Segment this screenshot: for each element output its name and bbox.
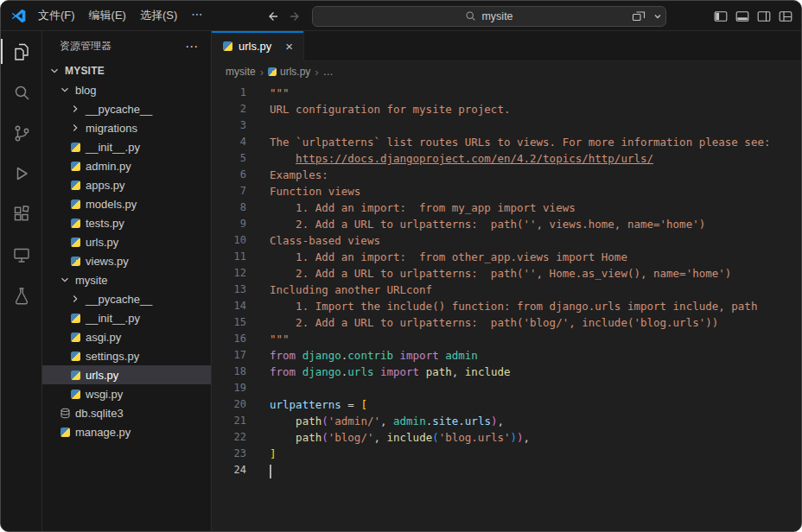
line-number: 15 (212, 314, 246, 331)
tree-item-tests.py[interactable]: tests.py (42, 213, 211, 232)
code-line[interactable]: 8 1. Add an import: from my_app import v… (212, 200, 801, 216)
tree-item-mysite[interactable]: mysite (42, 270, 211, 289)
code-line[interactable]: 20urlpatterns = [ (212, 396, 801, 413)
tree-item-asgi.py[interactable]: asgi.py (42, 327, 211, 346)
source-control-icon[interactable] (1, 112, 42, 153)
tree-item-label: migrations (86, 122, 137, 135)
code-line[interactable]: 15 2. Add a URL to urlpatterns: path('bl… (212, 314, 801, 331)
tree-item-apps.py[interactable]: apps.py (42, 175, 211, 194)
code-line[interactable]: 2URL configuration for mysite project. (212, 101, 801, 117)
line-number: 3 (212, 117, 246, 134)
tree-item-urls.py[interactable]: urls.py (42, 232, 211, 251)
tree-item-label: asgi.py (86, 331, 121, 344)
layout-controls (632, 1, 792, 31)
line-number: 10 (212, 232, 246, 249)
breadcrumb-item[interactable]: mysite (226, 66, 256, 78)
code-line[interactable]: 11 1. Add an import: from other_app.view… (212, 249, 801, 265)
code-line[interactable]: 10Class-based views (212, 232, 801, 249)
menu-item[interactable]: 文件(F) (31, 5, 82, 26)
tab-label: urls.py (239, 40, 271, 53)
python-file-icon (68, 142, 82, 152)
code-line[interactable]: 23] (212, 446, 801, 462)
tree-item-__pycache__[interactable]: __pycache__ (42, 99, 211, 118)
tree-item-label: admin.py (86, 160, 131, 173)
menu-item[interactable]: 编辑(E) (82, 5, 133, 26)
tree-item-__pycache__[interactable]: __pycache__ (42, 289, 211, 308)
code-line[interactable]: 19 (212, 380, 801, 396)
breadcrumb-item[interactable]: … (323, 66, 334, 78)
database-icon (58, 408, 72, 419)
code-line[interactable]: 21 path('admin/', admin.site.urls), (212, 413, 801, 429)
explorer-icon[interactable] (1, 31, 42, 72)
chevron-down-icon (48, 64, 61, 78)
command-center-search[interactable]: mysite (312, 6, 666, 27)
toggle-panel-icon[interactable] (735, 10, 749, 23)
code-line[interactable]: 12 2. Add a URL to urlpatterns: path('',… (212, 265, 801, 282)
tree-item-blog[interactable]: blog (42, 80, 211, 99)
code-line[interactable]: 6Examples: (212, 167, 801, 183)
multi-window-icon[interactable] (632, 10, 646, 23)
back-icon[interactable] (265, 10, 279, 23)
code-line[interactable]: 13Including another URLconf (212, 282, 801, 298)
line-number: 9 (212, 216, 246, 232)
tree-item-admin.py[interactable]: admin.py (42, 156, 211, 175)
line-number: 18 (212, 364, 246, 380)
tree-item-__init__.py[interactable]: __init__.py (42, 137, 211, 156)
python-file-icon (68, 256, 82, 266)
tree-item-label: tests.py (86, 217, 124, 230)
toggle-secondary-sidebar-icon[interactable] (757, 10, 771, 23)
code-line[interactable]: 3 (212, 117, 801, 134)
toggle-primary-sidebar-icon[interactable] (714, 10, 728, 23)
testing-icon[interactable] (1, 275, 42, 315)
tree-item-label: MYSITE (65, 65, 105, 77)
close-icon[interactable]: × (283, 41, 295, 53)
line-number: 19 (212, 380, 246, 396)
tab-urls-py[interactable]: urls.py × (212, 31, 304, 61)
code-line[interactable]: 18from django.urls import path, include (212, 364, 801, 380)
python-file-icon (68, 390, 82, 399)
more-actions-icon[interactable]: ⋯ (185, 39, 199, 54)
tree-item-settings.py[interactable]: settings.py (42, 346, 211, 365)
tree-item-manage.py[interactable]: manage.py (42, 422, 211, 441)
tree-item-MYSITE[interactable]: MYSITE (42, 61, 211, 80)
remote-explorer-icon[interactable] (1, 234, 42, 275)
tree-item-urls.py[interactable]: urls.py (42, 365, 211, 384)
breadcrumb-item[interactable]: urls.py (268, 66, 310, 78)
chevron-down-icon (58, 273, 72, 287)
extensions-icon[interactable] (1, 193, 42, 234)
code-line[interactable]: 9 2. Add a URL to urlpatterns: path('', … (212, 216, 801, 232)
sidebar-explorer: 资源管理器 ⋯ MYSITEblog__pycache__migrations_… (42, 31, 212, 531)
line-number: 24 (212, 462, 246, 478)
run-debug-icon[interactable] (1, 153, 42, 193)
code-line[interactable]: 7Function views (212, 183, 801, 200)
code-line[interactable]: 4The `urlpatterns` list routes URLs to v… (212, 134, 801, 150)
title-bar: 文件(F)编辑(E)选择(S)⋯ mysite (1, 1, 801, 31)
code-line[interactable]: 5 https://docs.djangoproject.com/en/4.2/… (212, 150, 801, 167)
code-line[interactable]: 17from django.contrib import admin (212, 347, 801, 364)
line-number: 16 (212, 331, 246, 347)
code-line[interactable]: 24 (212, 462, 801, 478)
chevron-down-icon[interactable] (653, 12, 662, 21)
tree-item-models.py[interactable]: models.py (42, 194, 211, 213)
code-editor[interactable]: 1"""2URL configuration for mysite projec… (212, 82, 801, 531)
code-line[interactable]: 16""" (212, 331, 801, 347)
menu-item[interactable]: ⋯ (184, 5, 209, 26)
menu-item[interactable]: 选择(S) (133, 5, 184, 26)
code-line[interactable]: 14 1. Import the include() function: fro… (212, 298, 801, 314)
code-line[interactable]: 1""" (212, 85, 801, 101)
tree-item-label: __pycache__ (86, 103, 152, 116)
customize-layout-icon[interactable] (779, 10, 792, 23)
tree-item-label: __init__.py (86, 141, 140, 154)
code-line[interactable]: 22 path('blog/', include('blog.urls')), (212, 429, 801, 446)
tree-item-db.sqlite3[interactable]: db.sqlite3 (42, 403, 211, 422)
tree-item-views.py[interactable]: views.py (42, 251, 211, 270)
line-number: 17 (212, 347, 246, 364)
tree-item-migrations[interactable]: migrations (42, 118, 211, 137)
forward-icon[interactable] (289, 10, 302, 23)
tree-item-wsgi.py[interactable]: wsgi.py (42, 384, 211, 403)
search-icon[interactable] (1, 72, 42, 112)
line-content (246, 462, 271, 478)
tree-item-__init__.py[interactable]: __init__.py (42, 308, 211, 327)
chevron-right-icon (68, 292, 82, 306)
tree-item-label: urls.py (86, 369, 118, 382)
